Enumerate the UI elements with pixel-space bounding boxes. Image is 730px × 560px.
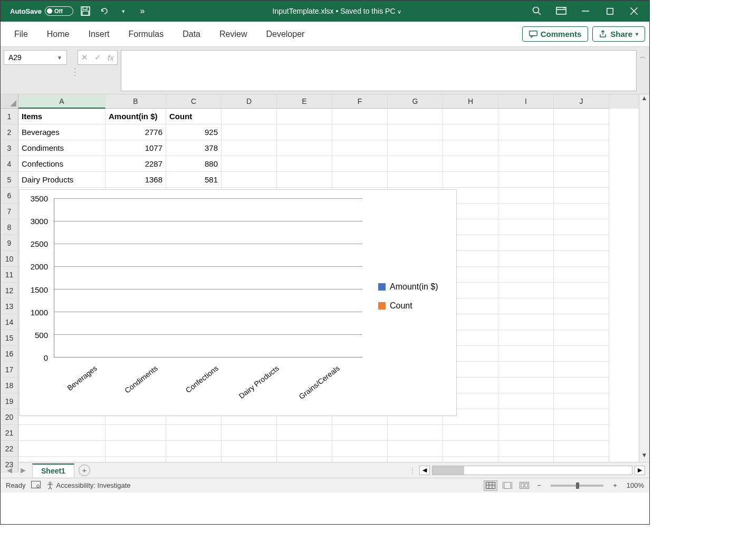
autosave-toggle[interactable]: AutoSave Off <box>10 6 73 16</box>
fx-icon[interactable]: fx <box>108 53 114 62</box>
cell[interactable] <box>222 441 277 457</box>
cell[interactable]: Beverages <box>18 124 105 140</box>
view-page-break-icon[interactable] <box>517 480 531 491</box>
row-header[interactable]: 14 <box>1 314 18 330</box>
column-header[interactable]: A <box>18 94 105 109</box>
column-header[interactable]: C <box>166 94 222 109</box>
accessibility-icon[interactable]: Accessibility: Investigate <box>46 481 131 490</box>
cell[interactable] <box>498 314 554 330</box>
sheet-nav-next[interactable]: ▶ <box>18 466 28 474</box>
cell[interactable] <box>554 298 609 314</box>
cell[interactable]: 581 <box>166 172 222 188</box>
hscroll-left[interactable]: ◀ <box>419 466 430 475</box>
cell[interactable] <box>498 378 554 393</box>
cell[interactable] <box>277 109 332 124</box>
comments-button[interactable]: Comments <box>522 26 589 42</box>
row-header[interactable]: 11 <box>1 267 18 283</box>
column-header[interactable]: I <box>498 94 554 109</box>
row-header[interactable]: 2 <box>1 124 18 140</box>
search-icon[interactable] <box>525 1 549 22</box>
row-header[interactable]: 20 <box>1 409 18 425</box>
cell[interactable] <box>166 425 222 441</box>
cell[interactable] <box>222 156 277 172</box>
cell[interactable] <box>222 140 277 156</box>
row-header[interactable]: 21 <box>1 425 18 441</box>
cell[interactable]: 2776 <box>105 124 166 140</box>
cell[interactable] <box>332 457 388 462</box>
row-header[interactable]: 1 <box>1 109 18 124</box>
column-header[interactable]: J <box>554 94 609 109</box>
cell[interactable] <box>388 457 443 462</box>
cell[interactable] <box>554 346 609 362</box>
zoom-in-button[interactable]: + <box>610 481 620 489</box>
cell[interactable]: Amount(in $) <box>105 109 166 124</box>
scroll-up-icon[interactable]: ▲ <box>639 94 649 105</box>
row-header[interactable]: 8 <box>1 219 18 235</box>
column-header[interactable]: B <box>105 94 166 109</box>
cell[interactable] <box>498 298 554 314</box>
cell[interactable] <box>443 124 498 140</box>
row-header[interactable]: 16 <box>1 346 18 362</box>
cell[interactable] <box>498 346 554 362</box>
cell[interactable] <box>498 441 554 457</box>
cell[interactable] <box>388 425 443 441</box>
cell[interactable] <box>554 251 609 267</box>
save-icon[interactable] <box>79 4 92 18</box>
undo-dropdown[interactable]: ▾ <box>117 4 130 18</box>
share-button[interactable]: Share ▾ <box>592 26 645 42</box>
confirm-icon[interactable]: ✓ <box>94 53 101 62</box>
cell[interactable]: Count <box>166 109 222 124</box>
cell[interactable] <box>277 156 332 172</box>
maximize-button[interactable] <box>598 1 622 22</box>
row-header[interactable]: 6 <box>1 188 18 204</box>
cell[interactable] <box>443 425 498 441</box>
cell[interactable] <box>332 140 388 156</box>
cell[interactable] <box>443 457 498 462</box>
row-header[interactable]: 9 <box>1 235 18 251</box>
cell[interactable] <box>443 109 498 124</box>
cell[interactable] <box>554 140 609 156</box>
cell[interactable] <box>332 425 388 441</box>
column-header[interactable]: G <box>388 94 443 109</box>
cell[interactable]: Condiments <box>18 140 105 156</box>
view-normal-icon[interactable] <box>484 480 497 491</box>
cell[interactable] <box>554 204 609 219</box>
ribbon-tab-review[interactable]: Review <box>210 24 256 44</box>
cell[interactable] <box>498 362 554 378</box>
row-header[interactable]: 19 <box>1 393 18 409</box>
zoom-out-button[interactable]: − <box>534 481 545 489</box>
zoom-slider[interactable] <box>551 485 603 487</box>
cell[interactable] <box>554 235 609 251</box>
cell[interactable] <box>498 204 554 219</box>
cell[interactable] <box>498 235 554 251</box>
cell[interactable] <box>105 425 166 441</box>
row-header[interactable]: 10 <box>1 251 18 267</box>
cell[interactable] <box>332 172 388 188</box>
cell[interactable] <box>105 441 166 457</box>
sheet-nav-prev[interactable]: ◀ <box>5 466 14 474</box>
cell[interactable] <box>18 441 105 457</box>
name-box[interactable]: A29▼ <box>4 50 67 65</box>
cell[interactable] <box>332 109 388 124</box>
horizontal-scrollbar[interactable] <box>432 466 632 475</box>
cell[interactable] <box>498 393 554 409</box>
cell[interactable] <box>332 441 388 457</box>
cell[interactable] <box>443 156 498 172</box>
cell[interactable] <box>222 172 277 188</box>
cell[interactable]: 378 <box>166 140 222 156</box>
cell[interactable] <box>277 172 332 188</box>
row-header[interactable]: 3 <box>1 140 18 156</box>
cell[interactable]: Items <box>18 109 105 124</box>
macro-record-icon[interactable] <box>31 481 41 490</box>
cell[interactable]: 1368 <box>105 172 166 188</box>
view-page-layout-icon[interactable] <box>501 480 514 491</box>
cancel-icon[interactable]: ✕ <box>81 53 88 62</box>
close-button[interactable] <box>622 1 646 22</box>
cell[interactable] <box>18 425 105 441</box>
cell[interactable] <box>498 188 554 204</box>
cell[interactable] <box>388 124 443 140</box>
formula-input[interactable] <box>121 50 637 91</box>
cell[interactable] <box>443 172 498 188</box>
column-header[interactable]: E <box>277 94 332 109</box>
cell[interactable]: 925 <box>166 124 222 140</box>
